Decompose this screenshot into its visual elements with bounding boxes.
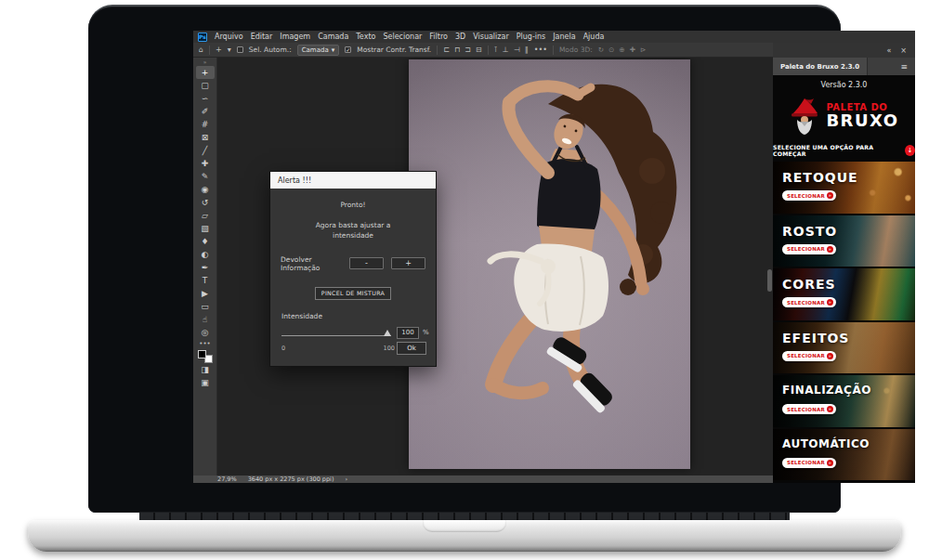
- close-panel-icon[interactable]: ×: [900, 46, 907, 55]
- tool-blur[interactable]: ♦: [196, 235, 215, 248]
- card-rosto[interactable]: ROSTO SELECIONAR »: [773, 215, 915, 267]
- toolbar-more[interactable]: •••: [196, 339, 215, 348]
- tool-clone-stamp[interactable]: ◉: [196, 183, 215, 196]
- foreground-color-swatch[interactable]: [198, 350, 206, 358]
- tool-rectangle[interactable]: ▭: [196, 300, 215, 313]
- card-finalizacao[interactable]: FINALIZAÇÃO SELECIONAR »: [773, 375, 915, 427]
- intensity-value-field[interactable]: 100: [397, 327, 419, 339]
- tool-pen[interactable]: ✒: [196, 261, 215, 274]
- 3d-slide-icon[interactable]: ✚: [630, 46, 635, 54]
- home-icon[interactable]: ⌂: [199, 46, 203, 54]
- tool-brush[interactable]: ✎: [196, 170, 215, 183]
- menu-ajuda[interactable]: Ajuda: [583, 33, 605, 41]
- collapse-panel-icon[interactable]: «: [886, 46, 891, 55]
- tool-type[interactable]: T: [196, 274, 215, 287]
- card-title: RETOQUE: [782, 170, 858, 185]
- menu-plugins[interactable]: Plug-ins: [517, 33, 546, 41]
- distribute-left-icon[interactable]: ⊣: [514, 46, 520, 54]
- tool-dodge[interactable]: ◐: [196, 248, 215, 261]
- rectangle-icon: ▭: [201, 302, 209, 311]
- slider-track[interactable]: [281, 335, 391, 336]
- logo-text: PALETA DO BRUXO: [826, 103, 898, 129]
- more-options-icon[interactable]: •••: [534, 46, 547, 54]
- menu-filtro[interactable]: Filtro: [429, 33, 448, 41]
- tool-marquee[interactable]: ▢: [196, 79, 215, 92]
- menu-selecionar[interactable]: Selecionar: [383, 33, 422, 41]
- healing-brush-icon: ✚: [202, 159, 209, 168]
- 3d-camera-icon[interactable]: ⊳: [640, 46, 646, 54]
- auto-select-checkbox[interactable]: [237, 46, 243, 53]
- tool-eraser[interactable]: ▱: [196, 209, 215, 222]
- tool-eyedropper[interactable]: ╱: [196, 144, 215, 157]
- card-retoque[interactable]: RETOQUE SELECIONAR »: [773, 162, 915, 214]
- status-chevron-icon[interactable]: ›: [345, 475, 347, 483]
- card-efeitos[interactable]: EFEITOS SELECIONAR »: [773, 322, 915, 374]
- distribute-vertical-icon[interactable]: ⊥: [503, 46, 509, 54]
- 3d-pan-icon[interactable]: ⊕: [619, 46, 624, 54]
- tool-frame[interactable]: ⊠: [196, 131, 215, 144]
- selecionar-button-rosto[interactable]: SELECIONAR »: [782, 244, 836, 254]
- show-transform-checkbox[interactable]: ✓: [345, 46, 351, 53]
- distribute-horizontal-icon[interactable]: ∥: [525, 46, 529, 54]
- menu-janela[interactable]: Janela: [553, 33, 575, 41]
- toolbar-expand-icon[interactable]: »: [203, 59, 207, 66]
- tool-zoom[interactable]: ◎: [196, 326, 215, 339]
- align-right-icon[interactable]: ⊐: [464, 46, 471, 54]
- selecionar-button-cores[interactable]: SELECIONAR »: [782, 297, 836, 307]
- screen-mode-icon: ▣: [201, 378, 209, 387]
- panel-tab[interactable]: Paleta do Bruxo 2.3.0: [773, 58, 868, 75]
- chevrons-right-icon: »: [827, 299, 833, 306]
- menu-imagem[interactable]: Imagem: [280, 33, 310, 41]
- menu-texto[interactable]: Texto: [356, 33, 375, 41]
- tool-path-selection[interactable]: ▶: [196, 287, 215, 300]
- tool-quick-selection[interactable]: ✐: [196, 105, 215, 118]
- divider: [488, 46, 489, 55]
- auto-select-dropdown[interactable]: Camada ▾: [297, 45, 340, 56]
- tool-lasso[interactable]: ∽: [196, 92, 215, 105]
- ok-button[interactable]: Ok: [397, 342, 426, 355]
- plus-button[interactable]: +: [391, 257, 425, 269]
- tool-move[interactable]: +: [196, 66, 215, 79]
- brush-icon: ✎: [202, 172, 209, 181]
- tool-crop[interactable]: #: [196, 118, 215, 131]
- menu-editar[interactable]: Editar: [251, 33, 273, 41]
- panel-menu-icon[interactable]: ≡: [900, 62, 908, 72]
- menu-visualizar[interactable]: Visualizar: [473, 33, 509, 41]
- align-left-icon[interactable]: ⊏: [443, 46, 450, 54]
- scrollbar-thumb[interactable]: [767, 269, 772, 292]
- tool-gradient[interactable]: ▧: [196, 222, 215, 235]
- quick-mask-button[interactable]: ◨: [196, 363, 215, 376]
- 3d-orbit-icon[interactable]: ↻: [598, 46, 604, 54]
- dialog-title-bar[interactable]: Alerta !!!: [270, 172, 436, 189]
- panel-header-bar: « ×: [773, 43, 915, 58]
- selecionar-button-retoque[interactable]: SELECIONAR »: [782, 190, 836, 201]
- chevron-down-icon[interactable]: ▾: [228, 46, 231, 54]
- selecionar-button-finalizacao[interactable]: SELECIONAR »: [782, 404, 836, 414]
- distribute-top-icon[interactable]: ⊺: [494, 46, 498, 54]
- selecionar-button-automatico[interactable]: SELECIONAR »: [782, 458, 836, 468]
- screen-mode-button[interactable]: ▣: [196, 376, 215, 389]
- zoom-level[interactable]: 27,9%: [217, 475, 237, 483]
- card-title: EFEITOS: [782, 331, 849, 345]
- tool-healing-brush[interactable]: ✚: [196, 157, 215, 170]
- menu-camada[interactable]: Camada: [318, 33, 348, 41]
- color-swatches[interactable]: [198, 350, 213, 363]
- slider-range-labels: 0 100: [281, 345, 395, 352]
- card-automatico[interactable]: AUTOMÁTICO SELECIONAR »: [773, 429, 915, 481]
- align-center-icon[interactable]: ⊓: [454, 46, 460, 54]
- 3d-roll-icon[interactable]: ⊙: [608, 46, 614, 54]
- tool-history-brush[interactable]: ↺: [196, 196, 215, 209]
- lasso-icon: ∽: [202, 94, 209, 103]
- selecionar-button-efeitos[interactable]: SELECIONAR »: [782, 351, 836, 361]
- pincel-de-mistura-button[interactable]: PINCEL DE MISTURA: [315, 287, 391, 300]
- canvas-area[interactable]: Alerta !!! Pronto! Agora basta ajustar a…: [217, 58, 773, 475]
- align-bottom-icon[interactable]: ⊟: [476, 46, 482, 54]
- card-cores[interactable]: CORES SELECIONAR »: [773, 268, 915, 320]
- menu-arquivo[interactable]: Arquivo: [215, 33, 243, 41]
- menu-3d[interactable]: 3D: [455, 33, 465, 41]
- canvas-scrollbar[interactable]: [767, 58, 772, 475]
- minus-button[interactable]: -: [349, 257, 384, 269]
- tool-hand[interactable]: ☝: [196, 313, 215, 326]
- intensity-slider[interactable]: 100 %: [281, 330, 425, 341]
- slider-handle[interactable]: [384, 330, 391, 336]
